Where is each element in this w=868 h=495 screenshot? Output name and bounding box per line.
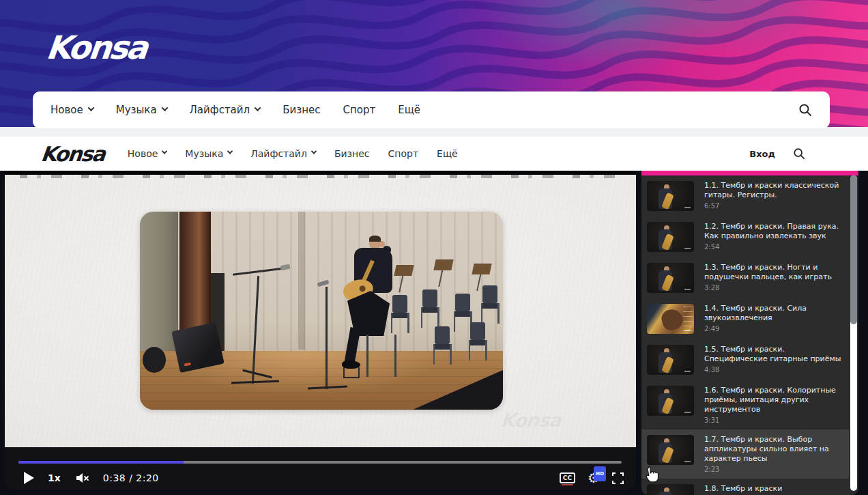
playlist-item-duration: 2:49 (704, 325, 845, 333)
playlist-item-hovered[interactable]: 1.7. Тембр и краски. Выбор аппликатуры с… (641, 429, 849, 479)
fullscreen-icon[interactable] (612, 472, 624, 484)
nav-item-new[interactable]: Новое (50, 104, 93, 116)
nav-item-music[interactable]: Музыка (185, 148, 232, 159)
nav-label: Бизнес (283, 104, 320, 116)
video-thumbnail[interactable] (647, 484, 694, 495)
chair (433, 326, 452, 365)
video-thumbnail[interactable] (647, 386, 694, 416)
captions-button[interactable]: CC (560, 472, 575, 483)
search-icon[interactable] (798, 103, 812, 117)
nav-item-sport[interactable]: Спорт (343, 104, 375, 116)
scrollbar-thumb[interactable] (850, 175, 857, 324)
search-icon[interactable] (793, 147, 805, 160)
playlist-item-title[interactable]: 1.6. Тембр и краски. Колоритные приёмы, … (704, 386, 845, 414)
nav-label: Музыка (116, 104, 157, 116)
video-thumbnail[interactable] (647, 222, 694, 252)
video-thumbnail[interactable] (647, 181, 694, 211)
music-stand (472, 264, 491, 274)
chevron-down-icon (311, 148, 317, 154)
login-button[interactable]: Вход (749, 149, 775, 159)
playback-speed-button[interactable]: 1x (48, 472, 61, 483)
nav-item-more[interactable]: Ещё (437, 148, 458, 159)
nav-item-lifestyle[interactable]: Лайфстайл (190, 104, 261, 116)
chair (421, 289, 440, 328)
cropped-text-strip (20, 175, 621, 178)
settings-gear-icon[interactable]: ⚙HD (588, 471, 600, 485)
nav-item-business[interactable]: Бизнес (334, 148, 370, 159)
sticky-navbar: Konsa Новое Музыка Лайфстайл Бизнес Спор… (0, 137, 868, 171)
video-thumbnail[interactable] (647, 304, 694, 334)
playlist-item-duration: 3:28 (704, 284, 845, 292)
main-content: Konsa 1x 0:38 / 2:20 CC ⚙HD (0, 171, 868, 495)
scrollbar-track[interactable] (850, 175, 857, 491)
nav-label: Новое (50, 104, 83, 116)
playlist-item[interactable]: 1.2. Тембр и краски. Правая рука. Как пр… (641, 216, 849, 257)
playlist-panel: 1.1. Тембр и краски классической гитары.… (641, 171, 858, 495)
curtain-gap (298, 212, 305, 350)
chevron-down-icon (255, 104, 261, 111)
playlist-item[interactable]: 1.8. Тембр и краски (641, 479, 849, 495)
playlist-item[interactable]: 1.1. Тембр и краски классической гитары.… (641, 175, 849, 216)
seek-bar[interactable] (18, 461, 622, 464)
playlist-item-title[interactable]: 1.5. Тембр и краски. Специфические гитар… (704, 345, 845, 364)
playlist-item-duration: 6:57 (704, 202, 845, 210)
nav-item-music[interactable]: Музыка (116, 104, 167, 116)
guitarist-shin (345, 327, 361, 364)
playlist-item[interactable]: 1.6. Тембр и краски. Колоритные приёмы, … (641, 380, 849, 429)
playlist-item-title[interactable]: 1.2. Тембр и краски. Правая рука. Как пр… (704, 222, 845, 241)
footstool (343, 367, 360, 378)
playlist-item-duration: 3:31 (704, 416, 845, 424)
playlist-item-duration: 2:54 (704, 243, 845, 251)
chair (469, 322, 488, 360)
nav-item-sport[interactable]: Спорт (388, 148, 419, 159)
chevron-down-icon (161, 104, 168, 111)
nav-label: Бизнес (334, 148, 370, 159)
nav-item-more[interactable]: Ещё (398, 104, 420, 116)
nav-item-lifestyle[interactable]: Лайфстайл (250, 148, 316, 159)
playlist-item[interactable]: 1.3. Тембр и краски. Ногти и подушечки п… (641, 257, 849, 298)
nav-label: Новое (128, 148, 158, 159)
chair-legs (366, 335, 396, 377)
video-frame: Konsa (5, 175, 636, 447)
playlist-item-duration: 4:38 (704, 366, 845, 373)
cable-coil (143, 347, 166, 373)
nav-item-new[interactable]: Новое (128, 148, 167, 159)
chevron-down-icon (162, 148, 167, 154)
playlist-item-title[interactable]: 1.7. Тембр и краски. Выбор аппликатуры с… (704, 435, 845, 464)
page: Konsa Новое Музыка Лайфстайл Бизнес Спор… (0, 0, 868, 495)
player-controls: 1x 0:38 / 2:20 CC ⚙HD (5, 447, 636, 490)
guitarist (342, 232, 407, 380)
site-logo-small[interactable]: Konsa (40, 142, 105, 166)
nav-label: Ещё (437, 148, 458, 159)
watermark: Konsa (500, 410, 562, 431)
video-thumbnail[interactable] (647, 263, 694, 293)
nav-label: Спорт (343, 104, 375, 116)
video-thumbnail[interactable] (647, 435, 694, 465)
concert-photo (140, 212, 503, 410)
video-thumbnail[interactable] (647, 345, 694, 375)
music-stand (433, 259, 453, 270)
chair (481, 285, 500, 324)
nav-label: Музыка (185, 148, 223, 159)
playlist-item-title[interactable]: 1.8. Тембр и краски (704, 484, 782, 494)
divider-band (0, 127, 868, 137)
playlist-item-title[interactable]: 1.1. Тембр и краски классической гитары.… (704, 181, 845, 200)
mute-icon[interactable] (76, 472, 89, 483)
time-display: 0:38 / 2:20 (103, 472, 159, 483)
video-player[interactable]: Konsa 1x 0:38 / 2:20 CC ⚙HD (5, 171, 636, 490)
site-logo[interactable]: Konsa (44, 29, 148, 66)
orchestra-chairs (391, 277, 503, 384)
playlist-item-title[interactable]: 1.4. Тембр и краски. Сила звукоизвлечени… (704, 304, 845, 323)
nav-item-business[interactable]: Бизнес (283, 104, 320, 116)
play-button[interactable] (24, 472, 34, 484)
hd-quality-badge: HD (594, 466, 606, 481)
playlist-item[interactable]: 1.5. Тембр и краски. Специфические гитар… (641, 339, 849, 380)
playlist-item[interactable]: 1.4. Тембр и краски. Сила звукоизвлечени… (641, 298, 849, 339)
playlist-accent-bar (641, 171, 858, 175)
playlist-item-title[interactable]: 1.3. Тембр и краски. Ногти и подушечки п… (704, 263, 845, 282)
mic-stand-2 (326, 287, 328, 389)
guitarist-hand (379, 241, 385, 247)
seek-bar-fill (18, 461, 184, 464)
nav-label: Спорт (388, 148, 419, 159)
primary-navbar: Новое Музыка Лайфстайл Бизнес Спорт Ещё (33, 91, 830, 128)
